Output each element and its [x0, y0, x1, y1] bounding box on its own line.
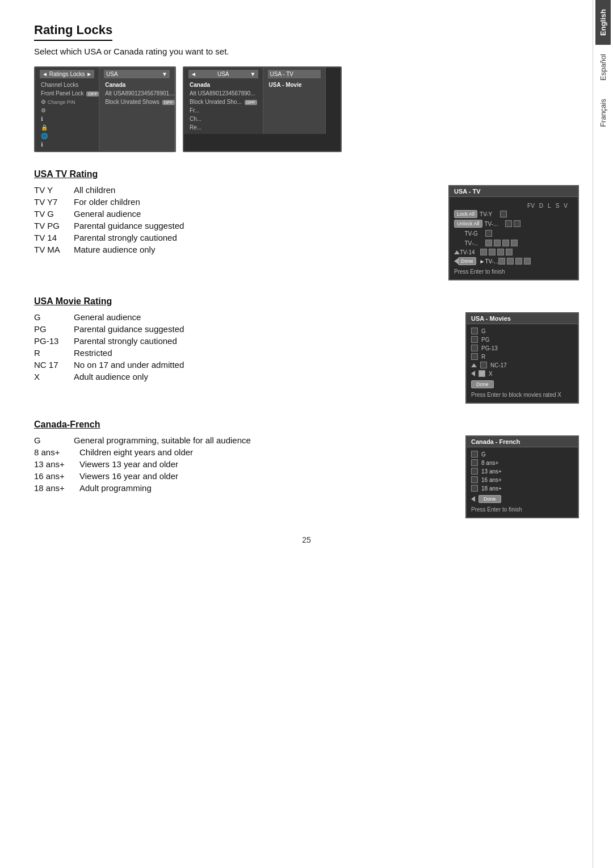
cb3b [494, 240, 501, 246]
rating-row-x: X Adult audience only [34, 372, 448, 381]
desc-16ans: Viewers 16 year and older [79, 471, 178, 481]
rating-row-18ans: 18 ans+ Adult programming [34, 483, 448, 493]
canada-row-16ans: 16 ans+ [471, 476, 573, 483]
rating-row-cf-g: G General programming, suitable for all … [34, 435, 448, 445]
canada-panel: Canada - French G 8 ans+ 13 ans+ 16 ans+ [465, 435, 579, 518]
cb2a [505, 220, 512, 227]
cbdd [524, 258, 531, 265]
screenshots-row: ◄ Ratings Locks ► Channel Locks Front Pa… [34, 66, 579, 152]
code-18ans: 18 ans+ [34, 483, 79, 493]
movie-cb-pg [471, 336, 478, 343]
tv-row-tv2: Unlock All TV-... [454, 220, 573, 228]
header-fv: FV [527, 203, 535, 209]
up-arrow-icon [454, 250, 460, 254]
lang-francais[interactable]: Français [595, 90, 611, 136]
desc-r: Restricted [74, 348, 112, 358]
page-number: 25 [34, 535, 579, 544]
screen1-globe1: 🌐 [40, 132, 94, 140]
screen2-col1-title: ◄ USA ▼ [188, 70, 258, 78]
tv-row-tvg: x TV-G [454, 229, 573, 237]
movie-row-pg13: PG-13 [471, 345, 573, 351]
desc-8ans: Children eight years and older [79, 447, 193, 457]
cb3a [485, 240, 492, 246]
code-r: R [34, 348, 74, 358]
usa-tv-title: USA TV Rating [34, 169, 579, 179]
screen1-front-panel: Front Panel Lock OFF [40, 89, 94, 98]
tv3-checkboxes [485, 240, 518, 246]
movie-done-row: Done [471, 380, 573, 388]
code-tvy: TV Y [34, 185, 74, 195]
canada-cb-13ans [471, 468, 478, 475]
lock-all-btn[interactable]: Lock All [454, 210, 477, 218]
header-l: L [548, 203, 551, 209]
desc-tv14: Parental strongly cautioned [74, 233, 177, 242]
done-btn-tv[interactable]: Done [458, 257, 476, 265]
tv-row-tv14: TV-14 [454, 249, 573, 255]
movie-label-r: R [481, 354, 504, 360]
screen2-canada: Canada [188, 81, 258, 89]
screen1-lock1: 🔒 [40, 123, 94, 132]
screen1-gear2: ⚙ [40, 106, 94, 115]
canada-cb-8ans [471, 459, 478, 466]
rating-row-tvg: TV G General audience [34, 209, 431, 219]
tv-done-label: ►TV-... [480, 258, 499, 265]
tv-row-tv3: x TV-... [454, 239, 573, 247]
rating-row-tvpg: TV PG Parental guidance suggested [34, 221, 431, 230]
rating-row-tvy7: TV Y7 For older children [34, 197, 431, 207]
done-btn-movies[interactable]: Done [471, 380, 494, 388]
canada-label-16ans: 16 ans+ [481, 477, 502, 483]
desc-pg: Parental guidance suggested [74, 324, 184, 334]
code-16ans: 16 ans+ [34, 471, 79, 481]
rating-row-tvy: TV Y All children [34, 185, 431, 195]
screen1-channel-locks: Channel Locks [40, 81, 94, 89]
press-enter-movies: Press Enter to block movies rated X [471, 391, 573, 399]
screen2-col2-title: USA - TV [268, 70, 321, 78]
code-nc17: NC 17 [34, 360, 74, 370]
movie-label-pg: PG [481, 337, 504, 343]
code-tv14: TV 14 [34, 233, 74, 242]
desc-nc17: No on 17 and under admitted [74, 360, 184, 370]
lang-english[interactable]: English [595, 0, 611, 45]
cbdc [515, 258, 522, 265]
cbdb [507, 258, 514, 265]
movie-label-x: X [489, 371, 511, 377]
usa-movies-panel-title: USA - Movies [467, 313, 578, 324]
desc-tvpg: Parental guidance suggested [74, 221, 184, 230]
canada-panel-title: Canada - French [467, 437, 578, 447]
desc-tvg: General audience [74, 209, 141, 219]
movie-left-arrow-icon [471, 371, 475, 376]
code-x: X [34, 372, 74, 381]
usa-tv-content: TV Y All children TV Y7 For older childr… [34, 185, 579, 280]
desc-g: General audience [74, 312, 141, 322]
page-title: Rating Locks [34, 23, 112, 41]
rating-row-8ans: 8 ans+ Children eight years and older [34, 447, 448, 457]
screen2: ◄ USA ▼ Canada Alt USA8901234567890... B… [183, 66, 342, 152]
screen2-re: Re... [188, 123, 258, 132]
desc-tvy7: For older children [74, 197, 140, 207]
screen2-ch: Ch... [188, 115, 258, 123]
usa-tv-panel-title: USA - TV [450, 186, 578, 197]
usa-tv-panel: USA - TV FV D L S V Lock All TV-Y [448, 185, 579, 280]
canada-french-title: Canada-French [34, 420, 579, 430]
intro-text: Select which USA or Canada rating you wa… [34, 47, 579, 56]
usa-movies-panel: USA - Movies G PG PG-13 R [465, 312, 579, 404]
done-checkboxes [498, 258, 531, 265]
movie-cb-r [471, 353, 478, 360]
done-btn-canada[interactable]: Done [478, 495, 501, 503]
canada-done-row: Done [471, 495, 573, 503]
screen2-block-unrated: Block Unrated Sho... OFF [188, 98, 258, 106]
cb14d [506, 249, 513, 255]
canada-french-section: Canada-French G General programming, sui… [34, 420, 579, 518]
usa-movies-panel-body: G PG PG-13 R [467, 324, 578, 402]
screen1-col2-title: USA ▼ [104, 70, 170, 78]
cb1 [500, 211, 507, 217]
rating-row-tvma: TV MA Mature audience only [34, 245, 431, 254]
code-tvma: TV MA [34, 245, 74, 254]
tvg-label: TV-G [465, 230, 485, 237]
lang-espanol[interactable]: Español [595, 45, 611, 90]
canada-french-content: G General programming, suitable for all … [34, 435, 579, 518]
code-g: G [34, 312, 74, 322]
usa-movie-content: G General audience PG Parental guidance … [34, 312, 579, 404]
unlock-all-btn[interactable]: Unlock All [454, 220, 482, 228]
rating-row-13ans: 13 ans+ Viewers 13 year and older [34, 459, 448, 469]
